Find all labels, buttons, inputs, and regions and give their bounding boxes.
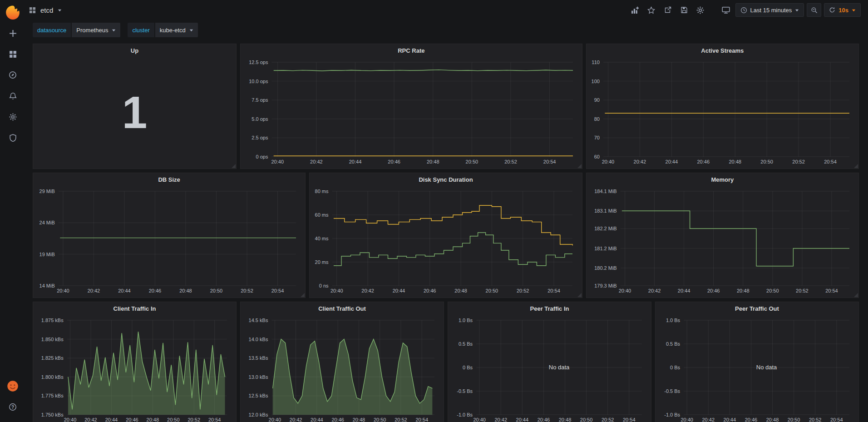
svg-text:183.1 MiB: 183.1 MiB (594, 208, 617, 213)
variable-datasource-value[interactable]: Prometheus (72, 23, 120, 37)
svg-text:20:54: 20:54 (825, 288, 838, 293)
svg-text:20:52: 20:52 (395, 417, 407, 422)
svg-text:20:50: 20:50 (760, 159, 773, 164)
panel-resize-handle[interactable] (301, 293, 305, 297)
chart-peer-traffic-in: 20:4020:4220:4420:4620:4820:5020:5220:54… (451, 316, 648, 422)
svg-text:1.750 kBs: 1.750 kBs (41, 412, 64, 417)
main-area: etcd (25, 0, 868, 422)
sidebar-item-dashboards[interactable] (4, 45, 21, 63)
settings-gear-icon (696, 6, 704, 14)
svg-text:20:52: 20:52 (602, 417, 614, 422)
sidebar-item-alerting[interactable] (4, 87, 21, 104)
svg-text:0 ns: 0 ns (319, 283, 329, 288)
panel-title-peer-traffic-out[interactable]: Peer Traffic Out (656, 302, 858, 316)
svg-text:13.0 kBs: 13.0 kBs (249, 374, 268, 380)
cycle-view-mode-button[interactable] (719, 3, 733, 17)
sidebar-item-help[interactable]: ? (4, 398, 21, 416)
variable-cluster-label: cluster (128, 23, 154, 37)
avatar-icon (7, 380, 19, 392)
help-icon: ? (9, 403, 17, 411)
panel-title-memory[interactable]: Memory (587, 173, 858, 187)
panel-title-active-streams[interactable]: Active Streams (587, 44, 858, 58)
svg-text:1.800 kBs: 1.800 kBs (41, 374, 64, 380)
svg-text:29 MiB: 29 MiB (39, 189, 55, 194)
variable-datasource[interactable]: datasource Prometheus (33, 23, 120, 37)
variable-cluster[interactable]: cluster kube-etcd (128, 23, 197, 37)
panel-title-up[interactable]: Up (33, 44, 236, 58)
svg-text:20:50: 20:50 (486, 288, 498, 293)
svg-text:20:48: 20:48 (147, 417, 159, 422)
variable-cluster-value[interactable]: kube-etcd (155, 23, 198, 37)
panel-title-rpc-rate[interactable]: RPC Rate (241, 44, 582, 58)
dashboard-title-button[interactable]: etcd (29, 6, 62, 14)
svg-text:20:52: 20:52 (809, 417, 822, 422)
panel-resize-handle[interactable] (854, 293, 858, 297)
save-dashboard-button[interactable] (677, 3, 691, 17)
svg-text:20:44: 20:44 (665, 159, 678, 164)
panel-title-db-size[interactable]: DB Size (33, 173, 305, 187)
svg-text:182.2 MiB: 182.2 MiB (594, 226, 617, 231)
submenu: datasource Prometheus cluster kube-etcd (25, 20, 868, 40)
chart-memory: 20:4020:4220:4420:4620:4820:5020:5220:54… (589, 187, 856, 296)
add-panel-button[interactable] (628, 3, 642, 17)
panel-peer-traffic-in: Peer Traffic In20:4020:4220:4420:4620:48… (448, 302, 651, 422)
svg-text:20:46: 20:46 (149, 288, 162, 293)
svg-text:80: 80 (594, 116, 599, 122)
svg-text:20:54: 20:54 (623, 417, 636, 422)
panel-title-client-traffic-out[interactable]: Client Traffic Out (241, 302, 444, 316)
svg-text:60: 60 (594, 154, 599, 159)
svg-text:20:54: 20:54 (824, 159, 837, 164)
dashboards-icon (9, 50, 17, 58)
svg-text:20:46: 20:46 (707, 288, 720, 293)
variable-datasource-value-text: Prometheus (76, 27, 108, 34)
svg-text:20:44: 20:44 (724, 417, 736, 422)
panel-resize-handle[interactable] (577, 164, 582, 168)
svg-text:20:40: 20:40 (473, 417, 486, 422)
refresh-icon (829, 7, 835, 13)
panel-resize-handle[interactable] (577, 293, 582, 297)
dashboard-area: Up1RPC Rate20:4020:4220:4420:4620:4820:5… (25, 40, 868, 422)
sidebar-item-create[interactable] (4, 25, 21, 42)
refresh-interval-label: 10s (838, 7, 848, 14)
user-avatar[interactable] (4, 377, 21, 395)
svg-text:20:46: 20:46 (331, 417, 344, 422)
svg-text:20:48: 20:48 (179, 288, 192, 293)
grafana-flame-icon (5, 5, 20, 20)
svg-text:20:48: 20:48 (766, 417, 779, 422)
svg-text:20:50: 20:50 (210, 288, 223, 293)
panel-title-disk-sync-duration[interactable]: Disk Sync Duration (310, 173, 582, 187)
svg-text:20:52: 20:52 (504, 159, 517, 164)
caret-down-icon (795, 8, 799, 12)
svg-text:20:54: 20:54 (548, 288, 561, 293)
grafana-logo[interactable] (3, 3, 23, 23)
stat-value-up: 1 (122, 89, 148, 135)
svg-text:20:50: 20:50 (766, 288, 779, 293)
share-dashboard-button[interactable] (661, 3, 675, 17)
time-range-picker[interactable]: Last 15 minutes (735, 3, 804, 17)
plus-icon (9, 30, 17, 37)
panel-title-peer-traffic-in[interactable]: Peer Traffic In (448, 302, 651, 316)
panel-resize-handle[interactable] (232, 164, 236, 168)
svg-text:80 ms: 80 ms (315, 189, 329, 194)
svg-text:20:46: 20:46 (126, 417, 138, 422)
panel-title-client-traffic-in[interactable]: Client Traffic In (33, 302, 236, 316)
svg-text:20:44: 20:44 (516, 417, 529, 422)
svg-text:20:52: 20:52 (188, 417, 201, 422)
svg-text:20:50: 20:50 (580, 417, 593, 422)
svg-text:20:52: 20:52 (241, 288, 253, 293)
star-dashboard-button[interactable] (645, 3, 658, 17)
sidebar-item-configuration[interactable] (4, 108, 21, 125)
svg-text:0 Bs: 0 Bs (670, 365, 681, 370)
sidebar-item-server-admin[interactable] (4, 129, 21, 146)
panel-resize-handle[interactable] (854, 164, 858, 168)
svg-text:20:54: 20:54 (208, 417, 221, 422)
dashboard-settings-button[interactable] (694, 3, 707, 17)
zoom-out-time-button[interactable] (807, 3, 821, 17)
sidebar-item-explore[interactable] (4, 66, 21, 84)
svg-text:-1.0 Bs: -1.0 Bs (664, 412, 680, 417)
svg-text:20:46: 20:46 (538, 417, 550, 422)
svg-text:-0.5 Bs: -0.5 Bs (457, 388, 473, 394)
refresh-picker[interactable]: 10s (824, 3, 861, 17)
svg-text:20:40: 20:40 (269, 417, 281, 422)
svg-text:14 MiB: 14 MiB (39, 283, 55, 288)
